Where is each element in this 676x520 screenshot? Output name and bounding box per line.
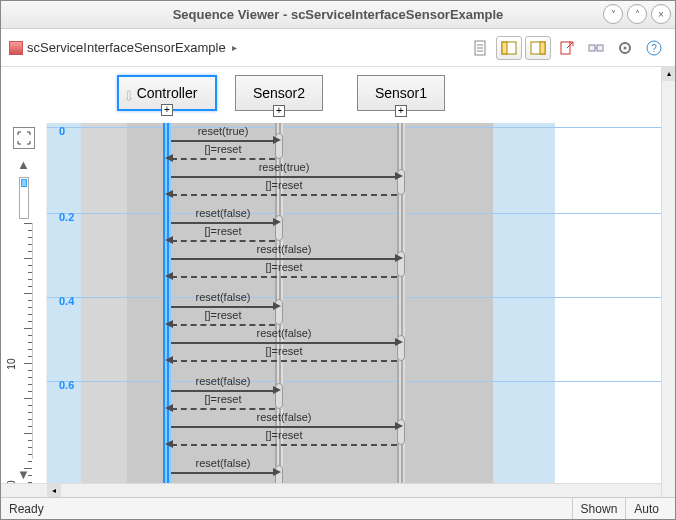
svg-rect-5 — [502, 42, 507, 54]
time-label: 0.2 — [59, 211, 74, 223]
arrow-icon — [273, 302, 281, 310]
lifeline-sensor1[interactable]: Sensor1+ — [357, 75, 445, 111]
message-label: reset(false) — [195, 375, 250, 387]
horizontal-scrollbar[interactable]: ◂ ▸ — [1, 483, 675, 497]
grip-icon: ⇩ — [123, 89, 133, 105]
fit-icon — [17, 131, 31, 145]
arrow-icon — [395, 422, 403, 430]
breadcrumb-arrow-icon[interactable]: ▸ — [232, 42, 237, 53]
message-label: reset(false) — [256, 327, 311, 339]
message-label: []=reset — [205, 143, 242, 155]
message-label: []=reset — [266, 429, 303, 441]
arrow-icon — [395, 254, 403, 262]
scroll-up-button[interactable]: ▴ — [662, 67, 675, 81]
message[interactable]: []=reset — [167, 347, 401, 365]
breadcrumb[interactable]: scServiceInterfaceSensorExample — [27, 40, 226, 55]
arrow-icon — [165, 236, 173, 244]
window: Sequence Viewer - scServiceInterfaceSens… — [0, 0, 676, 520]
message[interactable]: []=reset — [167, 263, 401, 281]
arrow-icon — [165, 320, 173, 328]
status-auto: Auto — [625, 498, 667, 519]
lifeline-label: Sensor2 — [253, 85, 305, 101]
help-button[interactable]: ? — [641, 36, 667, 60]
sequence-canvas[interactable]: 00.20.40.6reset(true)[]=resetreset(true)… — [47, 123, 675, 483]
arrow-icon — [165, 272, 173, 280]
window-title: Sequence Viewer - scServiceInterfaceSens… — [173, 7, 504, 22]
message-label: []=reset — [266, 179, 303, 191]
message-label: reset(false) — [256, 411, 311, 423]
message-label: reset(true) — [259, 161, 310, 173]
collapse-button[interactable]: ▲ — [12, 155, 36, 173]
ruler-label: 10 — [6, 359, 17, 370]
lifeline-header: Controller⇩+Sensor2+Sensor1+ — [1, 67, 675, 123]
message-label: []=reset — [205, 225, 242, 237]
svg-rect-10 — [597, 45, 603, 51]
message-label: reset(false) — [195, 457, 250, 469]
message-label: []=reset — [266, 345, 303, 357]
message[interactable]: []=reset — [167, 431, 401, 449]
lifeline-label: Controller — [137, 85, 198, 101]
arrow-icon — [165, 154, 173, 162]
titlebar: Sequence Viewer - scServiceInterfaceSens… — [1, 1, 675, 29]
link-button[interactable] — [583, 36, 609, 60]
export-icon — [559, 40, 575, 56]
status-ready: Ready — [9, 502, 44, 516]
close-button[interactable]: × — [651, 4, 671, 24]
svg-rect-7 — [540, 42, 545, 54]
time-label: 0.4 — [59, 295, 74, 307]
fit-to-view-button[interactable] — [13, 127, 35, 149]
message-label: reset(false) — [195, 207, 250, 219]
link-icon — [588, 40, 604, 56]
message-label: []=reset — [266, 261, 303, 273]
time-label: 0.6 — [59, 379, 74, 391]
expand-lifeline-button[interactable]: + — [273, 105, 285, 117]
export-button[interactable] — [554, 36, 580, 60]
settings-button[interactable] — [612, 36, 638, 60]
message-label: reset(true) — [198, 125, 249, 137]
status-shown: Shown — [572, 498, 626, 519]
message[interactable]: []=reset — [167, 181, 401, 199]
panel2-button[interactable] — [525, 36, 551, 60]
message-label: reset(false) — [195, 291, 250, 303]
message-label: []=reset — [205, 393, 242, 405]
window-controls: ˅ ˄ × — [603, 4, 671, 24]
arrow-icon — [273, 468, 281, 476]
arrow-icon — [273, 218, 281, 226]
svg-text:?: ? — [651, 43, 657, 54]
arrow-icon — [165, 404, 173, 412]
help-icon: ? — [646, 40, 662, 56]
header-track: Controller⇩+Sensor2+Sensor1+ — [47, 67, 675, 123]
svg-rect-8 — [561, 42, 570, 54]
lifeline-sensor2[interactable]: Sensor2+ — [235, 75, 323, 111]
arrow-icon — [165, 356, 173, 364]
svg-point-13 — [624, 46, 627, 49]
panel2-icon — [530, 40, 546, 56]
lifeline-controller[interactable]: Controller⇩+ — [117, 75, 217, 111]
message[interactable]: reset(false) — [167, 459, 279, 477]
arrow-icon — [165, 440, 173, 448]
overview-scroll[interactable] — [19, 177, 29, 219]
toolbar: scServiceInterfaceSensorExample ▸ ? — [1, 29, 675, 67]
expand-lifeline-button[interactable]: + — [395, 105, 407, 117]
gear-icon — [617, 40, 633, 56]
vertical-scrollbar[interactable]: ▴ — [661, 67, 675, 497]
left-gutter: ▲ 1020 ▼ — [1, 123, 47, 483]
ruler-label: 20 — [6, 481, 17, 484]
panel1-icon — [501, 40, 517, 56]
message-label: []=reset — [205, 309, 242, 321]
maximize-button[interactable]: ˄ — [627, 4, 647, 24]
expand-lifeline-button[interactable]: + — [161, 104, 173, 116]
content-area: Controller⇩+Sensor2+Sensor1+ ▲ 1020 ▼ 00… — [1, 67, 675, 497]
panel1-button[interactable] — [496, 36, 522, 60]
time-ruler: 1020 — [15, 223, 33, 459]
doc-button[interactable] — [467, 36, 493, 60]
minimize-button[interactable]: ˅ — [603, 4, 623, 24]
statusbar: Ready Shown Auto — [1, 497, 675, 519]
lifeline-label: Sensor1 — [375, 85, 427, 101]
arrow-icon — [395, 338, 403, 346]
arrow-icon — [165, 190, 173, 198]
scroll-left-button[interactable]: ◂ — [47, 484, 61, 497]
message-label: reset(false) — [256, 243, 311, 255]
arrow-icon — [395, 172, 403, 180]
time-label: 0 — [59, 125, 65, 137]
